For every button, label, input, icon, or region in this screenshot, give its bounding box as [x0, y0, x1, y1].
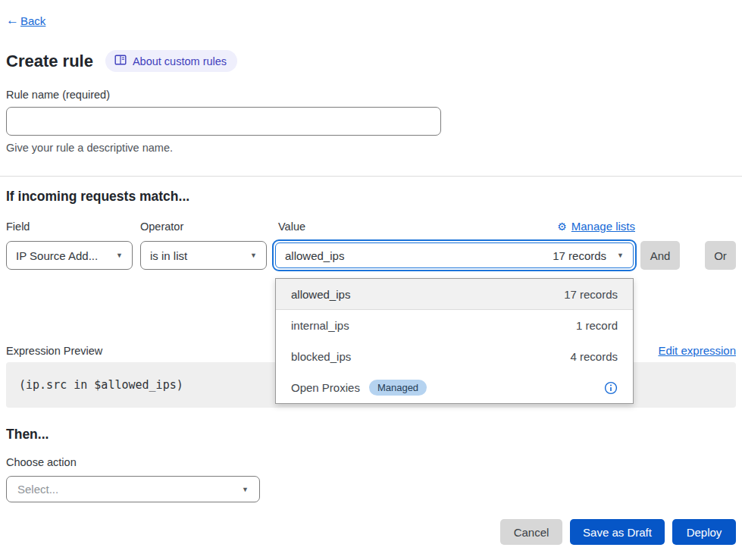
section-divider	[0, 176, 742, 177]
action-select[interactable]: Select... ▼	[6, 476, 260, 502]
rule-name-helper: Give your rule a descriptive name.	[6, 142, 173, 154]
then-section-heading: Then...	[6, 427, 49, 443]
edit-expression-link[interactable]: Edit expression	[658, 344, 736, 357]
field-select[interactable]: IP Source Add... ▼	[6, 241, 133, 270]
list-item-name-wrap: Open Proxies Managed	[291, 380, 427, 396]
match-section-heading: If incoming requests match...	[6, 189, 189, 205]
chevron-down-icon: ▼	[116, 252, 123, 259]
value-column-label: Value	[278, 221, 305, 233]
title-row: Create rule About custom rules	[6, 50, 237, 72]
list-item-name: allowed_ips	[291, 288, 350, 301]
list-item-name: internal_ips	[291, 319, 349, 332]
list-item-records: 4 records	[570, 350, 618, 363]
create-rule-page: ← Back Create rule About custom rules Ru…	[0, 0, 742, 560]
chevron-down-icon: ▼	[250, 252, 257, 259]
action-select-placeholder: Select...	[17, 483, 58, 496]
expression-code: (ip.src in $allowed_ips)	[19, 378, 183, 392]
list-item-name: Open Proxies	[291, 381, 360, 394]
value-select-records: 17 records	[553, 249, 606, 262]
list-item-records: 1 record	[576, 319, 618, 332]
managed-badge: Managed	[369, 380, 427, 396]
info-icon[interactable]	[604, 381, 618, 395]
back-link[interactable]: ← Back	[6, 13, 45, 28]
manage-lists-label: Manage lists	[571, 220, 635, 233]
book-icon	[114, 55, 127, 67]
gear-icon: ⚙	[557, 221, 567, 233]
list-item-blocked-ips[interactable]: blocked_ips 4 records	[276, 341, 633, 372]
value-select-selected: allowed_ips	[285, 249, 344, 262]
field-column-label: Field	[6, 221, 30, 233]
or-button[interactable]: Or	[705, 241, 736, 270]
list-item-records: 17 records	[564, 288, 618, 301]
field-select-value: IP Source Add...	[16, 249, 98, 262]
deploy-button[interactable]: Deploy	[672, 519, 736, 545]
list-item-internal-ips[interactable]: internal_ips 1 record	[276, 310, 633, 341]
page-title: Create rule	[6, 52, 93, 71]
rule-name-label: Rule name (required)	[6, 89, 110, 101]
operator-column-label: Operator	[140, 221, 183, 233]
list-item-allowed-ips[interactable]: allowed_ips 17 records	[276, 279, 633, 310]
value-select-right: 17 records ▼	[553, 249, 624, 262]
list-dropdown: allowed_ips 17 records internal_ips 1 re…	[275, 278, 634, 404]
about-custom-rules-link[interactable]: About custom rules	[105, 50, 237, 72]
operator-select[interactable]: is in list ▼	[140, 241, 267, 270]
rule-name-input[interactable]	[6, 107, 441, 136]
expression-preview-label: Expression Preview	[6, 345, 102, 357]
and-button[interactable]: And	[640, 241, 680, 270]
chevron-down-icon: ▼	[242, 486, 249, 493]
list-item-name: blocked_ips	[291, 350, 351, 363]
back-link-label: Back	[20, 14, 45, 27]
save-as-draft-button[interactable]: Save as Draft	[570, 519, 665, 545]
value-select[interactable]: allowed_ips 17 records ▼	[272, 239, 637, 271]
list-item-open-proxies[interactable]: Open Proxies Managed	[276, 372, 633, 403]
operator-select-value: is in list	[150, 249, 187, 262]
choose-action-label: Choose action	[6, 456, 77, 468]
about-badge-label: About custom rules	[133, 55, 227, 67]
manage-lists-link[interactable]: ⚙ Manage lists	[557, 220, 635, 233]
value-select-inner: allowed_ips 17 records ▼	[275, 242, 634, 268]
back-arrow-icon: ←	[6, 13, 19, 28]
cancel-button[interactable]: Cancel	[500, 519, 562, 545]
chevron-down-icon: ▼	[617, 252, 624, 259]
